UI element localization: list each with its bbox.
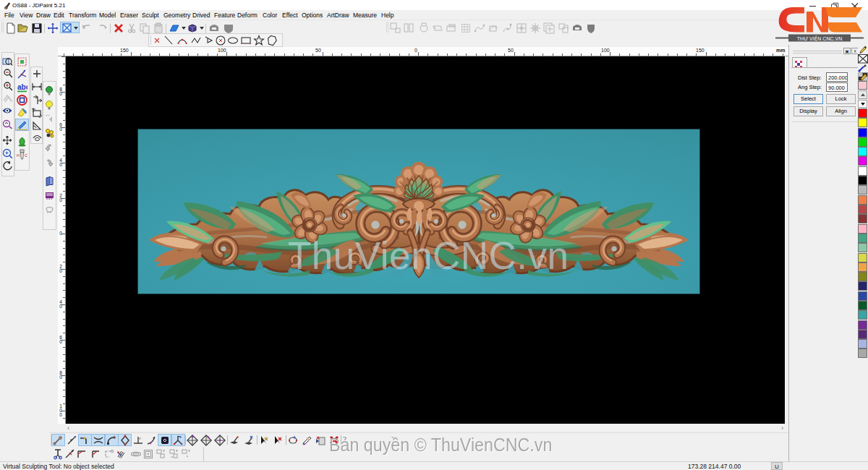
svg-text:abc: abc	[17, 83, 27, 91]
svg-text:C: C	[25, 153, 27, 158]
svg-text:H: H	[17, 153, 20, 158]
svg-text:THƯ VIỆN CNC.VN: THƯ VIỆN CNC.VN	[797, 35, 842, 41]
